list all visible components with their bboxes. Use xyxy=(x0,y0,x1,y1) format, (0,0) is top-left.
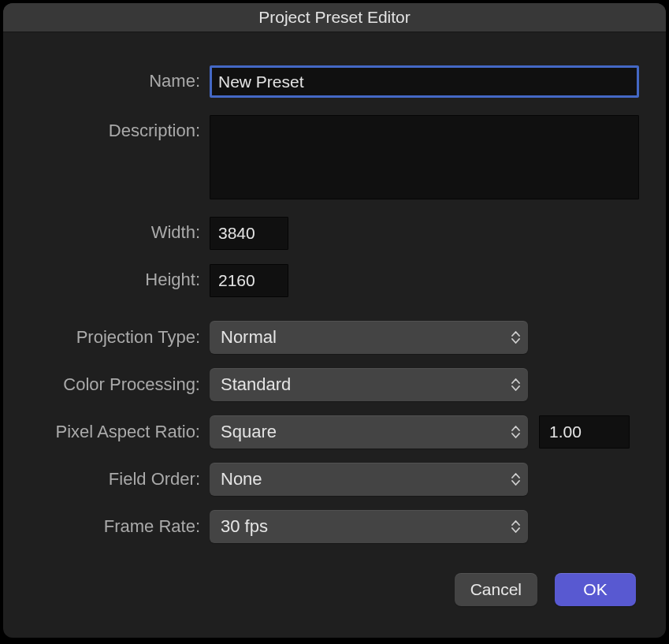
chevron-up-down-icon xyxy=(511,378,520,391)
color-processing-select[interactable]: Standard xyxy=(210,368,528,401)
dialog-footer: Cancel OK xyxy=(3,573,666,638)
pixel-aspect-ratio-select[interactable]: Square xyxy=(210,415,528,449)
frame-rate-select[interactable]: 30 fps xyxy=(210,510,528,543)
cancel-button[interactable]: Cancel xyxy=(455,573,537,606)
row-description: Description: xyxy=(28,115,641,199)
projection-type-label: Projection Type: xyxy=(28,321,210,348)
window-content: Name: Description: Width: Height: Projec xyxy=(3,32,666,573)
field-order-select[interactable]: None xyxy=(210,463,528,496)
pixel-aspect-ratio-label: Pixel Aspect Ratio: xyxy=(28,415,210,442)
height-label: Height: xyxy=(28,264,210,290)
description-input[interactable] xyxy=(210,115,639,199)
projection-type-value: Normal xyxy=(221,327,277,348)
color-processing-value: Standard xyxy=(221,374,291,395)
row-pixel-aspect-ratio: Pixel Aspect Ratio: Square xyxy=(28,415,641,449)
color-processing-label: Color Processing: xyxy=(28,368,210,395)
row-projection-type: Projection Type: Normal xyxy=(28,321,641,354)
row-height: Height: xyxy=(28,264,641,297)
name-label: Name: xyxy=(28,65,210,91)
pixel-aspect-ratio-input[interactable] xyxy=(539,415,630,449)
field-order-label: Field Order: xyxy=(28,463,210,490)
field-order-value: None xyxy=(221,469,262,490)
ok-button[interactable]: OK xyxy=(555,573,636,606)
chevron-up-down-icon xyxy=(511,426,520,438)
width-label: Width: xyxy=(28,217,210,243)
row-field-order: Field Order: None xyxy=(28,463,641,496)
name-input[interactable] xyxy=(210,65,639,98)
row-color-processing: Color Processing: Standard xyxy=(28,368,641,401)
width-input[interactable] xyxy=(210,217,288,250)
preset-editor-window: Project Preset Editor Name: Description:… xyxy=(3,3,666,638)
row-name: Name: xyxy=(28,65,641,98)
chevron-up-down-icon xyxy=(511,473,520,486)
height-input[interactable] xyxy=(210,264,288,297)
chevron-up-down-icon xyxy=(511,520,520,533)
row-width: Width: xyxy=(28,217,641,250)
chevron-up-down-icon xyxy=(511,331,520,344)
projection-type-select[interactable]: Normal xyxy=(210,321,528,354)
window-title: Project Preset Editor xyxy=(258,8,411,27)
window-titlebar: Project Preset Editor xyxy=(3,3,666,32)
frame-rate-value: 30 fps xyxy=(221,516,268,537)
description-label: Description: xyxy=(28,115,210,141)
row-frame-rate: Frame Rate: 30 fps xyxy=(28,510,641,543)
pixel-aspect-ratio-value: Square xyxy=(221,422,277,442)
frame-rate-label: Frame Rate: xyxy=(28,510,210,537)
